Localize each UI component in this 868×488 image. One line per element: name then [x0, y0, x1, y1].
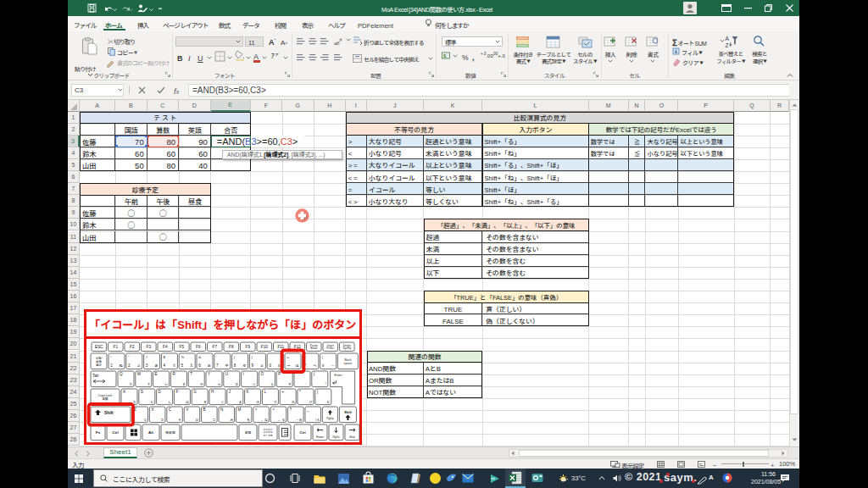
svg-text:PgDn: PgDn [332, 435, 339, 439]
svg-text:ー: ー [331, 363, 334, 368]
svg-text:ん: ん [217, 382, 220, 386]
svg-text:B: B [203, 407, 205, 412]
svg-text:ゆ: ゆ [242, 363, 246, 368]
svg-text:ー: ー [287, 363, 291, 368]
svg-text:お: お [207, 363, 210, 368]
svg-text:も: も [247, 418, 250, 422]
svg-text:む: む [326, 400, 330, 404]
svg-text:1: 1 [110, 363, 113, 368]
svg-text:End: End [349, 435, 354, 439]
svg-text:P: P [278, 371, 281, 376]
svg-text:変換: 変換 [244, 430, 251, 435]
svg-text:7: 7 [216, 363, 219, 368]
svg-text:ESC: ESC [95, 344, 103, 349]
svg-text:F11: F11 [277, 344, 284, 349]
svg-text:し: し [168, 400, 171, 404]
svg-text:ひ: ひ [195, 418, 198, 422]
svg-text:Shift: Shift [343, 409, 352, 414]
svg-text:F8: F8 [229, 344, 234, 349]
svg-text:2: 2 [128, 363, 131, 368]
svg-text:せ: せ [287, 382, 291, 386]
svg-text:く: く [220, 400, 224, 404]
svg-text:F12: F12 [293, 344, 300, 349]
svg-text:れ: れ [291, 400, 294, 404]
svg-text:え: え [189, 363, 192, 368]
svg-text:う: う [171, 363, 175, 368]
svg-text:「: 「 [323, 382, 326, 386]
svg-text:F1: F1 [113, 344, 118, 349]
svg-text:り: り [274, 400, 277, 404]
svg-text:+: + [281, 389, 284, 394]
svg-text:¥: ¥ [321, 363, 324, 368]
svg-text:?: ? [289, 407, 292, 412]
svg-text:Ctrl: Ctrl [299, 430, 305, 435]
svg-text:G: G [193, 389, 197, 394]
svg-text:F5: F5 [179, 344, 184, 349]
svg-text:よ: よ [259, 363, 263, 368]
svg-text:無変換: 無変換 [165, 430, 175, 435]
svg-text:い: い [164, 382, 168, 386]
svg-text:へ: へ [313, 363, 316, 368]
svg-text:N: N [220, 407, 223, 412]
svg-text:PrtScr: PrtScr [326, 346, 335, 350]
svg-text:4: 4 [163, 363, 165, 368]
svg-text:゛: ゛ [305, 382, 309, 386]
svg-text:W: W [136, 371, 141, 376]
svg-text:Tab: Tab [92, 373, 99, 378]
svg-text:こ: こ [212, 418, 215, 422]
svg-text:F3: F3 [146, 344, 151, 349]
svg-text:T: T [190, 371, 192, 376]
svg-text:SysRq: SysRq [342, 346, 351, 350]
svg-text:%: % [181, 354, 184, 359]
svg-text:M: M [237, 407, 241, 412]
svg-text:Home: Home [316, 435, 324, 439]
svg-text:3: 3 [145, 363, 147, 368]
svg-text:A: A [726, 36, 730, 42]
svg-text:F: F [175, 389, 178, 394]
svg-text:U: U [225, 371, 227, 376]
svg-text:Fn: Fn [95, 430, 100, 435]
svg-text:L: L [264, 389, 266, 394]
svg-text:F6: F6 [196, 344, 201, 349]
svg-text:け: け [309, 400, 312, 404]
svg-text:ち: ち [132, 400, 136, 404]
svg-text:ほ: ほ [295, 363, 298, 368]
svg-text:Enter: Enter [334, 373, 342, 377]
svg-text:・め: ・め [296, 418, 303, 422]
svg-text:ローマ字: ローマ字 [263, 434, 272, 437]
svg-text:E: E [154, 371, 157, 376]
svg-text:9: 9 [251, 363, 253, 368]
svg-text:Alt: Alt [148, 430, 153, 435]
svg-text:て: て [147, 382, 150, 386]
svg-text:や: や [225, 363, 228, 368]
svg-text:F10: F10 [260, 344, 267, 349]
svg-text:な: な [235, 382, 238, 386]
svg-text:。る: 。る [278, 418, 285, 422]
svg-text:<: < [254, 407, 257, 412]
svg-text:英数: 英数 [102, 396, 108, 401]
svg-text:き: き [203, 400, 206, 404]
svg-text:Z: Z [726, 42, 729, 48]
svg-text:>: > [272, 407, 275, 412]
svg-text:O: O [260, 371, 264, 376]
svg-text:6: 6 [198, 363, 201, 368]
svg-text:I: I [242, 371, 243, 376]
svg-text:Q: Q [120, 371, 123, 376]
svg-text:、ね: 、ね [261, 418, 268, 422]
svg-text:に: に [253, 382, 256, 386]
svg-text:J: J [228, 389, 230, 394]
svg-text:!: ! [110, 354, 111, 359]
svg-text:X: X [151, 407, 153, 412]
svg-text:\ろ: \ろ [315, 418, 320, 422]
svg-text:ま: ま [238, 400, 242, 404]
svg-text:は: は [186, 400, 189, 404]
svg-text:み: み [230, 418, 233, 422]
svg-text:S: S [140, 389, 142, 394]
svg-text:H: H [211, 389, 214, 394]
svg-text:と: と [150, 400, 153, 404]
svg-text:漢字: 漢字 [96, 363, 102, 367]
svg-text:8: 8 [233, 363, 236, 368]
svg-text:F9: F9 [245, 344, 250, 349]
svg-text:さ: さ [160, 418, 164, 422]
svg-text:Ctrl: Ctrl [112, 430, 119, 435]
